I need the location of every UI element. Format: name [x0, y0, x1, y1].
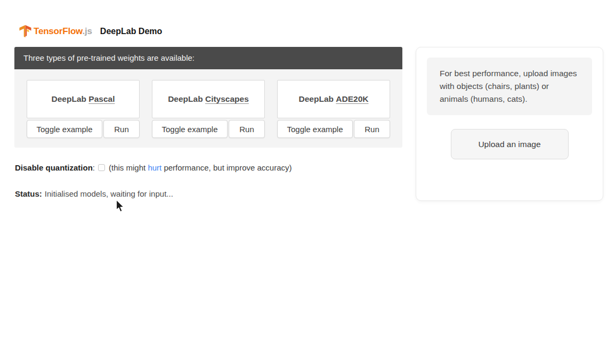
model-prefix: DeepLab [52, 94, 86, 104]
model-prefix: DeepLab [299, 94, 334, 104]
models-section: DeepLab Pascal Toggle example Run DeepLa… [14, 69, 402, 148]
toggle-example-button-ade20k[interactable]: Toggle example [277, 120, 353, 138]
model-title-cityscapes: DeepLab Cityscapes [152, 80, 265, 118]
upload-image-button[interactable]: Upload an image [451, 129, 569, 159]
status-row: Status:Initialised models, waiting for i… [15, 189, 173, 198]
tensorflow-js-logo[interactable]: TensorFlow.js [19, 25, 92, 38]
hurt-link[interactable]: hurt [148, 163, 161, 172]
page-title: DeepLab Demo [100, 27, 162, 36]
model-card-cityscapes: DeepLab Cityscapes Toggle example Run [152, 80, 265, 138]
mouse-cursor-icon [116, 199, 125, 213]
brand-name: TensorFlow.js [34, 26, 92, 37]
quantization-row: Disable quantization: (this might hurt p… [15, 163, 292, 172]
run-button-pascal[interactable]: Run [103, 120, 140, 138]
quantization-label: Disable quantization [15, 163, 93, 172]
page-header: TensorFlow.js DeepLab Demo [19, 25, 162, 38]
status-label: Status: [15, 189, 42, 198]
status-message: Initialised models, waiting for input... [45, 189, 173, 198]
model-link-cityscapes[interactable]: Cityscapes [205, 94, 249, 104]
upload-panel: For best performance, upload images with… [416, 47, 603, 201]
toggle-example-button-cityscapes[interactable]: Toggle example [152, 120, 228, 138]
disable-quantization-checkbox[interactable] [98, 164, 105, 171]
model-buttons-ade20k: Toggle example Run [277, 120, 390, 138]
model-prefix: DeepLab [168, 94, 203, 104]
tensorflow-logo-icon [19, 25, 31, 38]
deeplab-demo-page: TensorFlow.js DeepLab Demo Three types o… [0, 0, 615, 364]
model-link-ade20k[interactable]: ADE20K [336, 94, 368, 104]
quantization-separator: : [93, 163, 95, 172]
model-card-pascal: DeepLab Pascal Toggle example Run [27, 80, 140, 138]
model-title-ade20k: DeepLab ADE20K [277, 80, 390, 118]
quantization-note: (this might hurt performance, but improv… [109, 163, 292, 172]
model-card-ade20k: DeepLab ADE20K Toggle example Run [277, 80, 390, 138]
info-banner: Three types of pre-trained weights are a… [14, 47, 402, 69]
run-button-cityscapes[interactable]: Run [229, 120, 265, 138]
upload-hint: For best performance, upload images with… [427, 58, 592, 115]
model-buttons-pascal: Toggle example Run [27, 120, 140, 138]
brand-suffix: .js [83, 26, 92, 36]
model-title-pascal: DeepLab Pascal [27, 80, 140, 118]
run-button-ade20k[interactable]: Run [354, 120, 390, 138]
model-buttons-cityscapes: Toggle example Run [152, 120, 265, 138]
model-link-pascal[interactable]: Pascal [88, 94, 115, 104]
toggle-example-button-pascal[interactable]: Toggle example [27, 120, 102, 138]
